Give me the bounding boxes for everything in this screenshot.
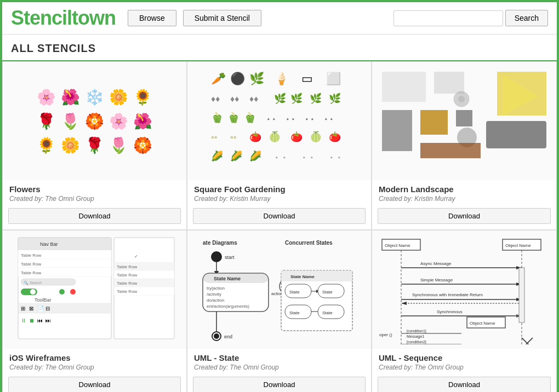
stencil-author: Created by: Kristin Murray <box>194 195 364 203</box>
svg-text:🌿: 🌿 <box>310 93 322 105</box>
svg-text:ToolBar: ToolBar <box>35 297 52 303</box>
flower-icon: 🌻 <box>36 134 58 156</box>
svg-text:🍅: 🍅 <box>249 131 262 143</box>
svg-text:🍦: 🍦 <box>274 71 289 86</box>
download-button-uml-seq[interactable]: Download <box>378 377 551 392</box>
svg-text:ate Diagrams: ate Diagrams <box>203 240 237 246</box>
svg-text:🫑: 🫑 <box>244 112 256 124</box>
stencil-info-uml-state: UML - State Created by: The Omni Group <box>187 349 371 373</box>
svg-text:Table Row: Table Row <box>21 270 42 275</box>
stencil-name: UML - Sequence <box>379 353 550 362</box>
stencil-preview-landscape <box>372 62 556 180</box>
download-button-flowers[interactable]: Download <box>8 208 181 224</box>
svg-text:▪▪: ▪▪ <box>211 132 217 142</box>
stencil-author: Created by: The Omni Group <box>9 364 180 371</box>
svg-text:▪▪: ▪▪ <box>230 132 236 142</box>
svg-text:⬩⬩: ⬩⬩ <box>266 113 277 123</box>
svg-text:🌿: 🌿 <box>274 93 287 105</box>
svg-text:Table Row: Table Row <box>21 262 42 267</box>
download-button-uml-state[interactable]: Download <box>193 377 366 392</box>
svg-text:/activity: /activity <box>207 292 221 297</box>
svg-text:🍅: 🍅 <box>290 131 303 143</box>
svg-text:Table Row: Table Row <box>117 264 138 269</box>
svg-text:✓: ✓ <box>134 254 138 259</box>
svg-text:⬩ ⬩: ⬩ ⬩ <box>329 152 342 161</box>
search-button[interactable]: Search <box>505 10 548 26</box>
svg-text:🌿: 🌿 <box>249 71 265 86</box>
svg-text:Object Name: Object Name <box>470 321 495 326</box>
svg-text:🌿: 🌿 <box>329 93 341 105</box>
stencil-preview-flowers: 🌸 🌺 ❄️ 🌼 🌻 🌹 🌷 🏵️ 🌸 🌺 🌻 🌼 🌹 🌷 🏵️ <box>3 62 186 180</box>
flower-icon: 🌺 <box>60 86 82 108</box>
svg-text:State: State <box>289 290 300 295</box>
svg-text:⊠: ⊠ <box>29 305 33 312</box>
flower-icon: 🏵️ <box>84 110 106 132</box>
stencil-name: Modern Landscape <box>379 185 550 194</box>
svg-point-57 <box>30 289 36 295</box>
submit-stencil-button[interactable]: Submit a Stencil <box>183 10 261 26</box>
svg-text:Simple Message: Simple Message <box>420 278 453 283</box>
stencil-preview-gardening: 🥕 ⚫ 🌿 🍦 ▭ ⬜ ♦♦ ♦♦ ♦♦ 🌿 🌿 🌿 🌿 🫑 🫑 🫑 ⬩⬩ <box>187 62 371 180</box>
svg-text:🫑: 🫑 <box>227 112 240 124</box>
svg-text:⏹: ⏹ <box>29 318 35 324</box>
svg-text:start: start <box>225 255 235 260</box>
landscape-svg <box>377 66 552 176</box>
flower-icon: 🌷 <box>108 134 130 156</box>
svg-rect-37 <box>382 110 412 151</box>
svg-text:State Name: State Name <box>290 274 315 279</box>
logo: Stenciltown <box>11 7 116 30</box>
svg-text:⬩ ⬩: ⬩ ⬩ <box>274 152 287 161</box>
svg-text:ent/action(arguments): ent/action(arguments) <box>207 304 249 309</box>
svg-text:Concurrent States: Concurrent States <box>285 240 333 246</box>
svg-text:🔍 Search: 🔍 Search <box>24 280 42 285</box>
svg-text:Table Row: Table Row <box>21 253 42 258</box>
download-button-landscape[interactable]: Download <box>378 208 551 224</box>
stencil-author: Created by: The Omni Group <box>194 364 364 371</box>
svg-rect-38 <box>420 110 448 135</box>
stencil-name: Square Foot Gardening <box>194 185 364 194</box>
download-button-ios[interactable]: Download <box>8 377 181 392</box>
uml-state-svg: ate Diagrams Concurrent States start Sta… <box>200 235 359 344</box>
stencil-preview-uml-seq: Object Name Object Name Async Message Si… <box>372 230 556 349</box>
flower-icon: 🌷 <box>60 110 82 132</box>
flower-icon: 🌹 <box>36 110 58 132</box>
svg-rect-39 <box>456 110 472 126</box>
svg-point-59 <box>70 289 76 295</box>
svg-text:⏭: ⏭ <box>45 318 51 324</box>
stencil-card-uml-seq: Object Name Object Name Async Message Si… <box>372 230 557 392</box>
svg-text:🍅: 🍅 <box>329 131 341 143</box>
flower-icon: 🌻 <box>132 86 154 108</box>
svg-text:🍈: 🍈 <box>310 131 322 143</box>
svg-text:🥕: 🥕 <box>211 71 226 86</box>
svg-text:⬩⬩: ⬩⬩ <box>304 113 315 123</box>
search-input[interactable] <box>393 10 503 26</box>
download-button-gardening[interactable]: Download <box>193 208 366 224</box>
stencil-author: Created by: The Omni Group <box>379 364 550 371</box>
svg-text:Table Row: Table Row <box>117 273 138 278</box>
stencil-info-landscape: Modern Landscape Created by: Kristin Mur… <box>372 180 556 205</box>
svg-text:⚫: ⚫ <box>230 71 246 86</box>
svg-text:🌽: 🌽 <box>211 150 224 162</box>
svg-text:⬩⬩: ⬩⬩ <box>285 113 296 123</box>
svg-text:Synchronous with Immediate Ret: Synchronous with Immediate Return <box>412 292 483 297</box>
stencil-preview-uml-state: ate Diagrams Concurrent States start Sta… <box>187 230 371 349</box>
svg-rect-138 <box>519 268 524 322</box>
svg-text:Synchronous: Synchronous <box>437 309 463 314</box>
svg-text:▭: ▭ <box>301 72 313 85</box>
gardening-svg: 🥕 ⚫ 🌿 🍦 ▭ ⬜ ♦♦ ♦♦ ♦♦ 🌿 🌿 🌿 🌿 🫑 🫑 🫑 ⬩⬩ <box>200 66 359 176</box>
svg-point-58 <box>59 289 65 295</box>
svg-text:oper (): oper () <box>379 332 392 337</box>
search-area: Search <box>393 10 548 26</box>
svg-text:🌽: 🌽 <box>249 150 262 162</box>
ios-wireframe-svg: Nav Bar Table Row Table Row Table Row 🔍 … <box>13 235 177 344</box>
svg-text:Table Row: Table Row <box>117 281 138 286</box>
flower-icon: ❄️ <box>84 86 106 108</box>
section-title: ALL STENCILS <box>2 34 557 61</box>
stencil-card-ios: Nav Bar Table Row Table Row Table Row 🔍 … <box>2 230 187 392</box>
svg-rect-34 <box>434 72 464 94</box>
svg-text:[condition1]: [condition1] <box>407 329 426 333</box>
browse-button[interactable]: Browse <box>128 10 176 26</box>
stencil-card-landscape: Modern Landscape Created by: Kristin Mur… <box>372 61 557 230</box>
stencil-card-uml-state: ate Diagrams Concurrent States start Sta… <box>187 230 372 392</box>
flower-icon: 🌹 <box>84 134 106 156</box>
